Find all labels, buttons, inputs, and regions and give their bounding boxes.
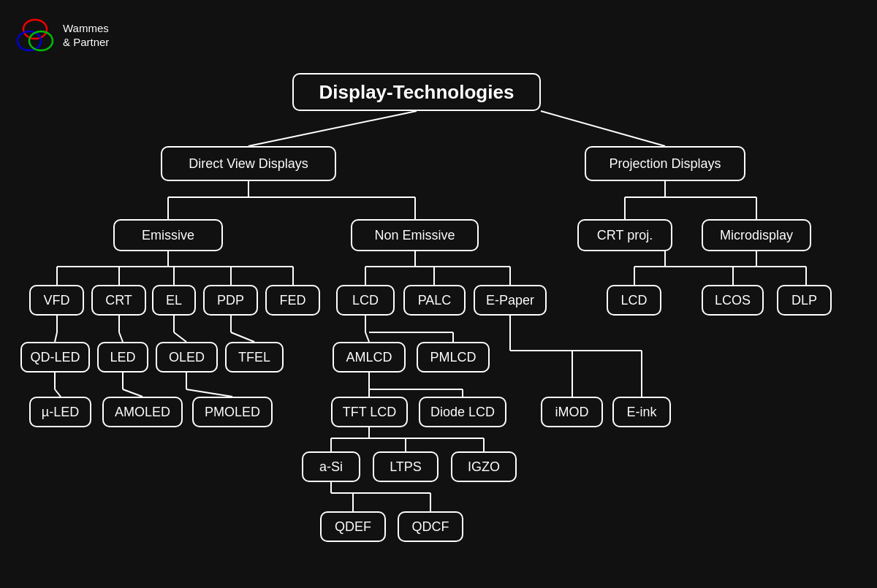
node-epaper: E-Paper	[474, 285, 547, 316]
node-root: Display-Technologies	[292, 73, 541, 111]
node-lcd1: LCD	[336, 285, 395, 316]
diagram: Display-Technologies Direct View Display…	[0, 0, 877, 588]
node-imod: iMOD	[541, 397, 603, 427]
svg-line-36	[174, 332, 186, 342]
node-nonemissive: Non Emissive	[351, 219, 479, 251]
node-qdcf: QDCF	[398, 511, 463, 542]
svg-line-40	[55, 389, 61, 397]
node-vfd: VFD	[29, 285, 84, 316]
node-tftlcd: TFT LCD	[331, 397, 408, 427]
node-direct-view: Direct View Displays	[161, 146, 336, 181]
node-lcos: LCOS	[702, 285, 764, 316]
node-uled: µ-LED	[29, 397, 91, 427]
node-emissive: Emissive	[113, 219, 223, 251]
node-asi: a-Si	[302, 451, 360, 482]
svg-line-46	[365, 332, 369, 342]
node-palc: PALC	[403, 285, 466, 316]
svg-line-44	[186, 389, 232, 397]
node-pdp: PDP	[203, 285, 258, 316]
node-pmlcd: PMLCD	[417, 342, 490, 373]
node-oled: OLED	[156, 342, 218, 373]
svg-line-34	[119, 332, 123, 342]
node-dlp: DLP	[777, 285, 832, 316]
svg-line-3	[248, 111, 417, 146]
node-microdisplay: Microdisplay	[702, 219, 811, 251]
svg-line-42	[123, 389, 143, 397]
node-crt: CRT	[91, 285, 146, 316]
node-pmoled: PMOLED	[192, 397, 273, 427]
node-lcd2: LCD	[607, 285, 661, 316]
node-qdled: QD-LED	[20, 342, 90, 373]
node-diodelcd: Diode LCD	[419, 397, 506, 427]
node-eink: E-ink	[612, 397, 671, 427]
node-led: LED	[97, 342, 148, 373]
node-tfel: TFEL	[225, 342, 284, 373]
node-projection: Projection Displays	[585, 146, 745, 181]
svg-line-38	[231, 332, 254, 342]
svg-line-32	[55, 332, 57, 342]
node-crtproj: CRT proj.	[577, 219, 672, 251]
node-fed: FED	[265, 285, 320, 316]
node-amoled: AMOLED	[102, 397, 183, 427]
node-ltps: LTPS	[373, 451, 438, 482]
svg-line-4	[541, 111, 665, 146]
node-igzo: IGZO	[451, 451, 517, 482]
node-qdef: QDEF	[320, 511, 386, 542]
node-el: EL	[152, 285, 196, 316]
node-amlcd: AMLCD	[333, 342, 406, 373]
